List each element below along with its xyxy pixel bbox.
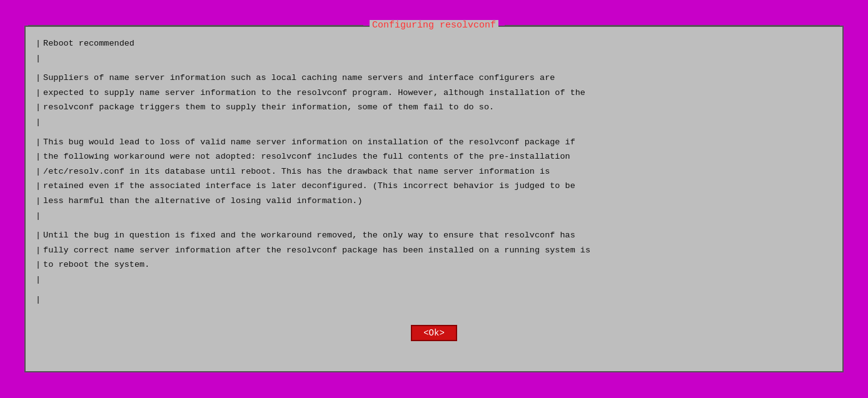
pipe-char: | <box>36 244 41 257</box>
pipe-char: | <box>36 136 41 149</box>
pipe-char: | <box>36 229 41 242</box>
para2-text4: retained even if the associated interfac… <box>43 179 575 193</box>
para2-line3: | /etc/resolv.conf in its database until… <box>36 165 832 179</box>
para2-text1: This bug would lead to loss of valid nam… <box>43 136 575 149</box>
pipe-char: | <box>36 86 41 100</box>
pipe-char: | <box>36 293 41 307</box>
button-row: <Ok> <box>26 325 842 341</box>
empty-line-1: | <box>36 52 832 66</box>
para2-text3: /etc/resolv.conf in its database until r… <box>43 165 550 179</box>
para1-line1: | Suppliers of name server information s… <box>36 71 832 85</box>
para2-line2: | the following workaround were not adop… <box>36 150 832 164</box>
title-bar: Configuring resolvconf <box>26 20 842 31</box>
dialog-box: Configuring resolvconf | Reboot recommen… <box>24 26 844 372</box>
para1-text: Suppliers of name server information suc… <box>43 71 555 85</box>
para2-text5: less harmful than the alternative of los… <box>43 194 362 208</box>
pipe-char: | <box>36 258 41 272</box>
para3-line3: | to reboot the system. <box>36 258 832 272</box>
empty-line-4: | <box>36 273 832 287</box>
pipe-char: | <box>36 209 41 223</box>
pipe-char: | <box>36 194 41 208</box>
para1-line2: | expected to supply name server informa… <box>36 86 832 100</box>
para3-text1: Until the bug in question is fixed and t… <box>43 229 575 242</box>
para1-line3: | resolvconf package triggers them to su… <box>36 101 832 114</box>
para2-line5: | less harmful than the alternative of l… <box>36 194 832 208</box>
empty-line-2: | <box>36 116 832 129</box>
para3-line1: | Until the bug in question is fixed and… <box>36 229 832 242</box>
para2-line1: | This bug would lead to loss of valid n… <box>36 136 832 149</box>
empty-line-5: | <box>36 293 832 307</box>
pipe-char: | <box>36 71 41 85</box>
dialog-content: | Reboot recommended | | Suppliers of na… <box>26 32 842 317</box>
para3-text3: to reboot the system. <box>43 258 149 272</box>
pipe-char: | <box>36 179 41 193</box>
pipe-char: | <box>36 116 41 129</box>
pipe-char: | <box>36 37 41 51</box>
dialog-title: Configuring resolvconf <box>370 20 498 31</box>
title-line-right <box>505 25 840 26</box>
para2-text2: the following workaround were not adopte… <box>43 150 570 164</box>
pipe-char: | <box>36 273 41 287</box>
ok-button[interactable]: <Ok> <box>411 325 457 341</box>
title-line-left <box>28 25 363 26</box>
para3-line2: | fully correct name server information … <box>36 244 832 257</box>
pipe-char: | <box>36 101 41 114</box>
pipe-char: | <box>36 150 41 164</box>
pipe-char: | <box>36 52 41 66</box>
para3-text2: fully correct name server information af… <box>43 244 590 257</box>
para1-text3: resolvconf package triggers them to supp… <box>43 101 494 114</box>
para2-line4: | retained even if the associated interf… <box>36 179 832 193</box>
pipe-char: | <box>36 165 41 179</box>
para1-text2: expected to supply name server informati… <box>43 86 585 100</box>
line-pipe-1: | Reboot recommended <box>36 37 832 51</box>
heading-text: Reboot recommended <box>43 37 134 51</box>
empty-line-3: | <box>36 209 832 223</box>
